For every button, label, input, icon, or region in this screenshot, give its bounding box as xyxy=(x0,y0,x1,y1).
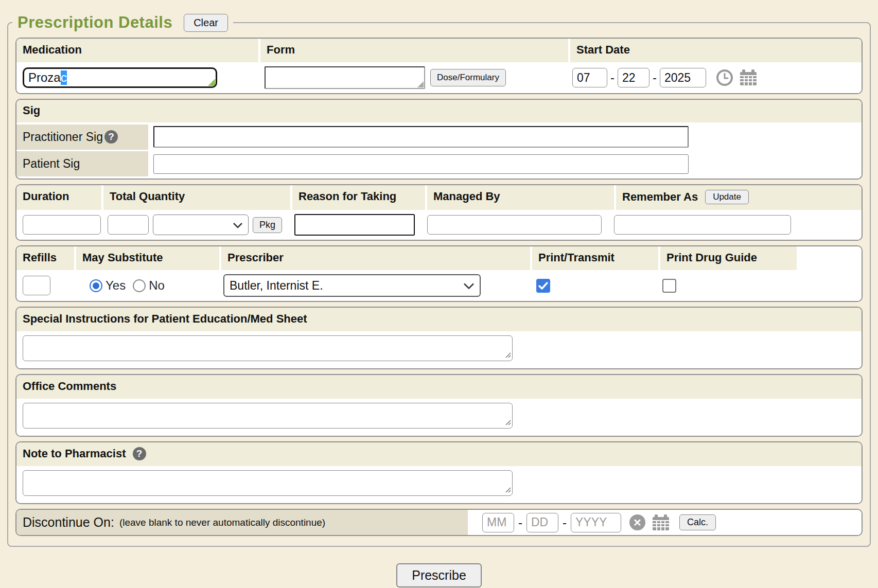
discontinue-month-input[interactable] xyxy=(482,513,514,532)
update-button[interactable]: Update xyxy=(705,190,749,204)
total-quantity-unit-select[interactable] xyxy=(153,215,249,235)
date-separator: - xyxy=(653,70,657,85)
office-comments-textarea[interactable] xyxy=(23,403,513,429)
special-instructions-header: Special Instructions for Patient Educati… xyxy=(16,308,862,331)
chevron-down-icon xyxy=(233,218,243,231)
remember-as-header: Remember As Update xyxy=(616,185,862,210)
date-separator: - xyxy=(563,515,567,530)
resize-grip-icon[interactable] xyxy=(503,485,511,495)
help-icon[interactable]: ? xyxy=(104,130,118,144)
resize-grip-icon xyxy=(417,81,424,87)
may-substitute-yes-radio[interactable] xyxy=(90,279,102,292)
patient-sig-label-cell: Patient Sig xyxy=(16,151,148,176)
medication-input[interactable]: Prozac xyxy=(23,67,217,88)
note-to-pharmacist-section: Note to Pharmacist ? xyxy=(15,441,863,504)
clear-button[interactable]: Clear xyxy=(184,14,228,32)
clear-date-icon[interactable]: ✕ xyxy=(629,514,645,530)
prescriber-select[interactable]: Butler, Internist E. xyxy=(223,274,481,297)
practitioner-sig-label-cell: Practitioner Sig ? xyxy=(16,124,148,150)
practitioner-sig-input[interactable] xyxy=(153,126,689,148)
yes-label: Yes xyxy=(106,278,126,293)
remember-as-label: Remember As xyxy=(622,190,698,204)
special-instructions-section: Special Instructions for Patient Educati… xyxy=(15,307,863,369)
form-label: Form xyxy=(260,39,568,62)
print-transmit-label: Print/Transmit xyxy=(532,246,658,270)
no-label: No xyxy=(149,278,165,293)
date-separator: - xyxy=(610,70,614,85)
start-date-label: Start Date xyxy=(570,39,862,62)
duration-label: Duration xyxy=(16,185,101,210)
medication-label: Medication xyxy=(16,39,258,62)
check-icon xyxy=(538,282,548,290)
pkg-button[interactable]: Pkg xyxy=(253,217,282,233)
refills-label: Refills xyxy=(16,246,74,270)
total-quantity-label: Total Quantity xyxy=(103,185,290,210)
clock-icon[interactable] xyxy=(715,68,734,87)
duration-input[interactable] xyxy=(23,215,101,235)
special-instructions-textarea[interactable] xyxy=(23,335,513,361)
panel-legend: Prescription Details Clear xyxy=(12,13,233,32)
form-input[interactable] xyxy=(265,66,425,89)
print-drug-guide-label: Print Drug Guide xyxy=(660,246,797,270)
page-title: Prescription Details xyxy=(17,13,172,32)
chevron-down-icon xyxy=(463,279,475,293)
discontinue-label-cell: Discontinue On: (leave blank to never au… xyxy=(16,510,468,535)
date-separator: - xyxy=(518,515,522,530)
start-date-day-input[interactable] xyxy=(618,68,649,87)
discontinue-label: Discontinue On: xyxy=(23,515,114,530)
discontinue-section: Discontinue On: (leave blank to never au… xyxy=(15,509,863,536)
patient-sig-label: Patient Sig xyxy=(23,157,80,171)
prescriber-value: Butler, Internist E. xyxy=(230,279,323,293)
patient-sig-input[interactable] xyxy=(153,154,689,174)
managed-by-input[interactable] xyxy=(427,215,602,235)
reason-for-taking-label: Reason for Taking xyxy=(292,185,425,210)
discontinue-hint: (leave blank to never automatically disc… xyxy=(119,517,325,528)
print-drug-guide-checkbox[interactable] xyxy=(662,279,676,293)
medication-selected-text: c xyxy=(61,70,67,85)
total-quantity-input[interactable] xyxy=(108,215,149,235)
discontinue-day-input[interactable] xyxy=(526,513,558,532)
office-comments-header: Office Comments xyxy=(16,375,862,399)
managed-by-label: Managed By xyxy=(427,185,614,210)
practitioner-sig-label: Practitioner Sig xyxy=(23,130,103,144)
prescribe-button[interactable]: Prescribe xyxy=(396,563,482,587)
note-to-pharmacist-textarea[interactable] xyxy=(23,470,513,496)
office-comments-section: Office Comments xyxy=(15,374,863,437)
duration-section: Duration Total Quantity Reason for Takin… xyxy=(15,184,863,241)
remember-as-input[interactable] xyxy=(614,215,791,235)
print-transmit-checkbox[interactable] xyxy=(536,279,550,293)
calendar-icon[interactable] xyxy=(652,513,671,532)
medication-text: Proza xyxy=(28,70,61,85)
prescription-details-panel: Prescription Details Clear Medication Fo… xyxy=(7,13,871,547)
calendar-icon[interactable] xyxy=(739,68,759,87)
refills-section: Refills May Substitute Prescriber Print/… xyxy=(15,245,863,302)
dose-formulary-button[interactable]: Dose/Formulary xyxy=(430,69,506,86)
reason-for-taking-input[interactable] xyxy=(294,214,415,236)
calc-button[interactable]: Calc. xyxy=(679,514,716,530)
start-date-year-input[interactable] xyxy=(660,68,706,87)
sig-header: Sig xyxy=(16,100,862,122)
refills-input[interactable] xyxy=(23,276,50,295)
note-to-pharmacist-header: Note to Pharmacist ? xyxy=(16,442,862,466)
resize-grip-icon[interactable] xyxy=(503,418,511,427)
medication-section: Medication Form Start Date Prozac Dose/F… xyxy=(15,38,863,94)
resize-grip-icon xyxy=(208,79,215,86)
start-date-month-input[interactable] xyxy=(572,68,607,87)
help-icon[interactable]: ? xyxy=(133,447,146,460)
may-substitute-no-radio[interactable] xyxy=(133,279,146,292)
may-substitute-label: May Substitute xyxy=(76,246,219,270)
sig-section: Sig Practitioner Sig ? Patient Sig xyxy=(15,99,863,180)
note-to-pharmacist-label: Note to Pharmacist xyxy=(23,447,126,460)
prescriber-label: Prescriber xyxy=(221,246,530,270)
resize-grip-icon[interactable] xyxy=(503,350,511,360)
discontinue-year-input[interactable] xyxy=(571,513,621,532)
